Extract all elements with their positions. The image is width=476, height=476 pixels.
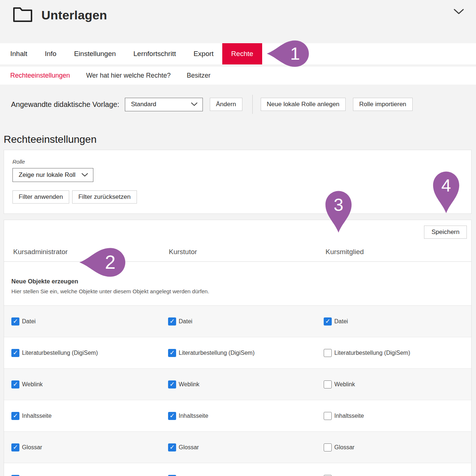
checkbox-checked[interactable] [11, 443, 19, 451]
permission-row: DateiDateiDatei [4, 306, 471, 337]
checkbox-checked[interactable] [11, 349, 19, 357]
checkbox-checked[interactable] [168, 317, 176, 326]
checkbox-checked[interactable] [11, 412, 19, 420]
page-header: Unterlagen [0, 0, 476, 43]
permission-cell: Lernmodul ILIAS [324, 475, 471, 476]
section-title: Neue Objekte erzeugen [11, 278, 462, 285]
checkbox-checked[interactable] [11, 475, 19, 476]
checkbox-unchecked[interactable] [324, 349, 332, 357]
permission-cell: Weblink [11, 380, 168, 388]
checkbox-checked[interactable] [168, 475, 176, 476]
didactic-template-label: Angewandte didaktische Vorlage: [11, 100, 119, 109]
checkbox-unchecked[interactable] [324, 475, 332, 476]
permission-cell: Glossar [11, 443, 168, 451]
permission-cell: Glossar [168, 443, 324, 451]
permission-label: Weblink [22, 381, 43, 388]
vertical-divider [252, 95, 253, 114]
new-local-role-button[interactable]: Neue lokale Rolle anlegen [261, 98, 346, 111]
permission-cell: Glossar [324, 443, 471, 451]
permission-cell: Literaturbestellung (DigiSem) [11, 349, 168, 357]
didactic-template-row: Angewandte didaktische Vorlage: Standard… [0, 85, 476, 123]
permission-row: WeblinkWeblinkWeblink [4, 369, 471, 400]
permission-row: GlossarGlossarGlossar [4, 432, 471, 463]
permission-label: Literaturbestellung (DigiSem) [334, 350, 410, 356]
permission-label: Datei [334, 318, 348, 325]
permission-cell: Lernmodul ILIAS [168, 475, 324, 476]
checkbox-unchecked[interactable] [324, 412, 332, 420]
role-filter-select[interactable]: Zeige nur lokale Roll [12, 168, 93, 182]
permission-cell: Inhaltsseite [11, 412, 168, 420]
folder-icon [13, 6, 33, 24]
permission-cell: Datei [11, 317, 168, 326]
checkbox-checked[interactable] [168, 380, 176, 388]
permission-label: Datei [179, 318, 192, 325]
chevron-down-icon [82, 171, 88, 179]
tab-inhalt[interactable]: Inhalt [1, 43, 36, 64]
permission-cell: Lernmodul ILIAS [11, 475, 168, 476]
checkbox-checked[interactable] [11, 380, 19, 388]
tab-rechte[interactable]: Rechte [222, 43, 262, 64]
tab-lernfortschritt[interactable]: Lernfortschritt [124, 43, 185, 64]
permission-cell: Datei [168, 317, 324, 326]
permission-cell: Literaturbestellung (DigiSem) [324, 349, 471, 357]
permission-cell: Inhaltsseite [168, 412, 324, 420]
permission-label: Inhaltsseite [334, 413, 364, 419]
permission-cell: Datei [324, 317, 471, 326]
tab-export[interactable]: Export [185, 43, 222, 64]
permissions-heading: Rechteeinstellungen [4, 134, 476, 145]
permissions-panel: Speichern KursadministratorKurstutorKurs… [4, 220, 472, 476]
apply-filter-button[interactable]: Filter anwenden [12, 190, 69, 204]
subtab-3[interactable]: Besitzer [187, 72, 211, 79]
create-objects-section: Neue Objekte erzeugen Hier stellen Sie e… [4, 262, 471, 306]
checkbox-checked[interactable] [324, 317, 332, 326]
main-tab-bar: InhaltInfoEinstellungenLernfortschrittEx… [0, 43, 476, 64]
role-filter-select-value: Zeige nur lokale Roll [19, 171, 75, 179]
permission-label: Weblink [334, 381, 355, 388]
didactic-template-select-value: Standard [131, 101, 156, 108]
checkbox-checked[interactable] [168, 443, 176, 451]
permission-cell: Weblink [168, 380, 324, 388]
import-role-button[interactable]: Rolle importieren [353, 98, 413, 111]
subtab-2[interactable]: Wer hat hier welche Rechte? [86, 72, 171, 79]
checkbox-unchecked[interactable] [324, 380, 332, 388]
role-column-headers: KursadministratorKurstutorKursmitglied [4, 239, 471, 262]
role-filter-label: Rolle [12, 159, 471, 165]
permission-label: Literaturbestellung (DigiSem) [179, 350, 254, 356]
permission-row: InhaltsseiteInhaltsseiteInhaltsseite [4, 400, 471, 432]
column-header-1: Kursadministrator [13, 248, 169, 256]
sub-tab-bar: RechteeinstellungenWer hat hier welche R… [0, 67, 476, 85]
page-title: Unterlagen [41, 8, 107, 22]
permission-label: Inhaltsseite [179, 413, 208, 419]
permission-cell: Literaturbestellung (DigiSem) [168, 349, 324, 357]
permission-label: Glossar [22, 444, 42, 451]
didactic-template-select[interactable]: Standard [125, 98, 203, 111]
permission-label: Glossar [334, 444, 354, 451]
save-button[interactable]: Speichern [424, 226, 467, 239]
permission-row: Literaturbestellung (DigiSem)Literaturbe… [4, 337, 471, 369]
column-header-2: Kurstutor [169, 248, 326, 256]
permission-label: Weblink [179, 381, 200, 388]
change-template-button[interactable]: Ändern [210, 98, 242, 111]
checkbox-checked[interactable] [168, 412, 176, 420]
filter-panel: Rolle Zeige nur lokale Roll Filter anwen… [4, 150, 472, 214]
permission-rows: DateiDateiDateiLiteraturbestellung (Digi… [4, 306, 471, 476]
permission-label: Literaturbestellung (DigiSem) [22, 350, 98, 356]
checkbox-checked[interactable] [168, 349, 176, 357]
column-header-3: Kursmitglied [326, 248, 471, 256]
permission-cell: Inhaltsseite [324, 412, 471, 420]
checkbox-checked[interactable] [11, 317, 19, 326]
checkbox-unchecked[interactable] [324, 443, 332, 451]
permission-label: Inhaltsseite [22, 413, 52, 419]
permission-label: Datei [22, 318, 36, 325]
chevron-down-icon[interactable] [454, 9, 464, 16]
section-description: Hier stellen Sie ein, welche Objekte unt… [11, 288, 462, 294]
subtab-1[interactable]: Rechteeinstellungen [10, 72, 70, 79]
chevron-down-icon [191, 101, 197, 108]
tab-einstellungen[interactable]: Einstellungen [65, 43, 124, 64]
tab-info[interactable]: Info [36, 43, 65, 64]
permission-label: Glossar [179, 444, 199, 451]
permission-row: Lernmodul ILIASLernmodul ILIASLernmodul … [4, 463, 471, 476]
reset-filter-button[interactable]: Filter zurücksetzen [72, 190, 137, 204]
permission-cell: Weblink [324, 380, 471, 388]
